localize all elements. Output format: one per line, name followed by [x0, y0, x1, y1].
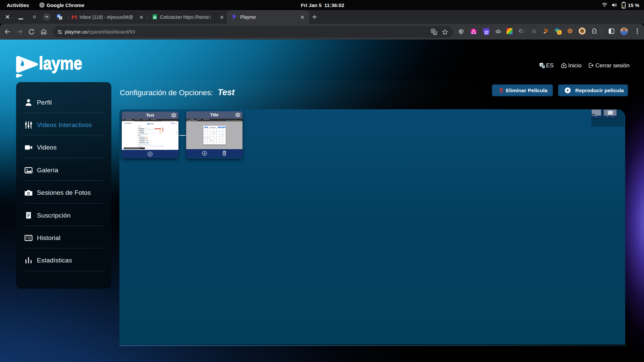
svg-text:C: C	[533, 31, 535, 33]
svg-text:layme: layme	[39, 55, 82, 73]
